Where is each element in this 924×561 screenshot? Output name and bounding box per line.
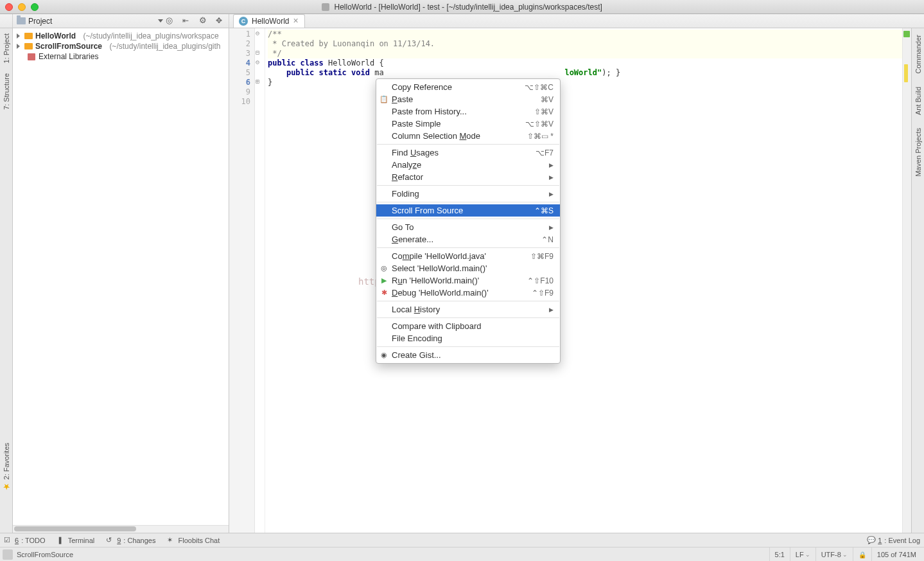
- menu-local-history[interactable]: Local History: [376, 303, 560, 316]
- fold-handle-icon[interactable]: ⊖: [256, 58, 259, 66]
- panel-scrollbar[interactable]: [13, 525, 229, 533]
- line-number: 10: [229, 97, 250, 107]
- tab-favorites[interactable]: ★ 2: Favorites: [3, 440, 10, 494]
- node-label: ScrollFromSource: [35, 42, 102, 51]
- close-icon[interactable]: [293, 18, 299, 24]
- project-tree[interactable]: HelloWorld (~/study/intellij_idea_plugin…: [13, 28, 229, 525]
- scrollbar-thumb[interactable]: [14, 526, 136, 531]
- hide-icon[interactable]: [216, 17, 225, 26]
- menu-separator: [377, 202, 559, 202]
- line-number: 3: [229, 49, 250, 58]
- menu-generate[interactable]: Generate... ⌃N: [376, 233, 560, 245]
- chevron-down-icon: [158, 19, 163, 22]
- tab-commander[interactable]: Commander: [914, 32, 922, 76]
- tab-structure[interactable]: 7: Structure: [3, 71, 10, 112]
- code-line: /**: [268, 30, 282, 39]
- breadcrumb[interactable]: ScrollFromSource: [17, 551, 73, 558]
- menu-create-gist[interactable]: ◉ Create Gist...: [376, 349, 560, 361]
- menu-refactor[interactable]: Refactor: [376, 171, 560, 183]
- collapse-all-icon[interactable]: [182, 17, 191, 26]
- code-line: */: [268, 49, 282, 58]
- scroll-from-source-icon[interactable]: [166, 17, 175, 26]
- menu-find-usages[interactable]: Find Usages ⌥F7: [376, 147, 560, 159]
- menu-paste-history[interactable]: Paste from History...⇧⌘V: [376, 105, 560, 118]
- tab-floobits[interactable]: ✶ Floobits Chat: [167, 536, 220, 544]
- window-zoom-button[interactable]: [31, 3, 39, 11]
- menu-paste[interactable]: 📋 Paste⌘V: [376, 93, 560, 105]
- paste-icon: 📋: [379, 95, 388, 104]
- tab-changes[interactable]: ↺ 9: Changes: [106, 536, 155, 544]
- tab-maven[interactable]: Maven Projects: [914, 125, 922, 179]
- fold-handle-icon[interactable]: ⊞: [256, 78, 259, 85]
- editor-marker-strip[interactable]: [902, 28, 911, 533]
- menu-scroll-from-source[interactable]: Scroll From Source⌃⌘S: [376, 204, 560, 217]
- editor-tab-helloworld[interactable]: C HelloWorld: [233, 14, 305, 28]
- node-path: (~/study/intellij_idea_plugins/workspace: [83, 31, 218, 40]
- tree-node-helloworld[interactable]: HelloWorld (~/study/intellij_idea_plugin…: [13, 31, 229, 41]
- menu-debug[interactable]: ✱ Debug 'HelloWorld.main()' ⌃⇧F9: [376, 287, 560, 299]
- menu-paste-simple[interactable]: Paste Simple⌥⇧⌘V: [376, 118, 560, 130]
- editor-body[interactable]: 1 2 3 4 5 6 9 10 ⊖ ⊟ ⊖ ⊞ /** * Created b…: [229, 28, 911, 533]
- menu-folding[interactable]: Folding: [376, 188, 560, 200]
- line-number: 1: [229, 30, 250, 39]
- menu-compile[interactable]: Compile 'HelloWorld.java' ⇧⌘F9: [376, 250, 560, 262]
- gutter[interactable]: 1 2 3 4 5 6 9 10: [229, 28, 255, 533]
- module-icon: [24, 43, 33, 49]
- favorites-label: 2: Favorites: [3, 443, 10, 479]
- menu-file-encoding[interactable]: File Encoding: [376, 332, 560, 344]
- window-title: HelloWorld - [HelloWorld] - test - [~/st…: [0, 3, 924, 12]
- warning-marker-icon[interactable]: [904, 64, 908, 82]
- menu-go-to[interactable]: Go To: [376, 221, 560, 233]
- window-minimize-button[interactable]: [18, 3, 26, 11]
- gear-icon[interactable]: [199, 17, 208, 26]
- terminal-icon: ❚: [57, 536, 65, 544]
- module-icon: [24, 33, 33, 39]
- menu-run[interactable]: ▶ Run 'HelloWorld.main()' ⌃⇧F10: [376, 274, 560, 287]
- tab-terminal[interactable]: ❚ Terminal: [57, 536, 95, 544]
- changes-icon: ↺: [106, 536, 114, 544]
- window-close-button[interactable]: [5, 3, 13, 11]
- fold-column[interactable]: ⊖ ⊟ ⊖ ⊞: [255, 28, 265, 533]
- title-bar: HelloWorld - [HelloWorld] - test - [~/st…: [0, 0, 924, 14]
- debug-icon: ✱: [379, 289, 388, 298]
- toolwindow-quick-access-icon[interactable]: [3, 549, 13, 560]
- menu-copy-reference[interactable]: Copy Reference⌥⇧⌘C: [376, 81, 560, 93]
- menu-analyze[interactable]: Analyze: [376, 159, 560, 171]
- bottom-tool-bar: ☑ 6: TODO ❚ Terminal ↺ 9: Changes ✶ Floo…: [0, 533, 924, 547]
- menu-separator: [377, 185, 559, 186]
- menu-compare-clipboard[interactable]: Compare with Clipboard: [376, 320, 560, 332]
- expand-arrow-icon[interactable]: [17, 33, 20, 39]
- expand-arrow-icon[interactable]: [17, 44, 20, 49]
- tab-ant-build[interactable]: Ant Build: [914, 84, 922, 118]
- code-editor[interactable]: /** * Created by Luonanqin on 11/13/14. …: [265, 28, 902, 533]
- status-memory[interactable]: 105 of 741M: [871, 548, 921, 561]
- chat-icon: ✶: [167, 536, 175, 544]
- menu-select-config[interactable]: ◎ Select 'HelloWorld.main()': [376, 262, 560, 274]
- tab-project[interactable]: 1: Project: [3, 31, 10, 66]
- status-line-separator[interactable]: LF: [790, 548, 815, 561]
- inspection-ok-icon: [903, 31, 910, 37]
- menu-column-selection[interactable]: Column Selection Mode ⇧⌘▭ *: [376, 130, 560, 142]
- line-number: 5: [229, 68, 250, 78]
- status-lock[interactable]: [853, 548, 871, 561]
- tab-label: HelloWorld: [252, 17, 289, 26]
- toolbar-row: Project C HelloWorld: [0, 14, 924, 28]
- status-encoding[interactable]: UTF-8: [815, 548, 853, 561]
- github-icon: ◉: [379, 351, 388, 360]
- code-line: public class HelloWorld {: [268, 58, 384, 67]
- fold-handle-icon[interactable]: ⊖: [256, 30, 259, 37]
- menu-separator: [377, 346, 559, 347]
- left-tool-rail: 1: Project 7: Structure ★ 2: Favorites: [0, 28, 13, 533]
- status-cursor-position[interactable]: 5:1: [769, 548, 790, 561]
- tree-node-scrollfromsource[interactable]: ScrollFromSource (~/study/intellij_idea_…: [13, 41, 229, 51]
- class-icon: C: [239, 17, 248, 26]
- line-number: 4: [229, 58, 250, 68]
- node-path: (~/study/intellij_idea_plugins/gith: [109, 42, 220, 51]
- todo-icon: ☑: [4, 536, 12, 544]
- tab-event-log[interactable]: 💬 1: Event Log: [867, 536, 920, 544]
- tree-node-external-libs[interactable]: External Libraries: [13, 51, 229, 62]
- lock-icon: [859, 551, 866, 558]
- project-view-selector[interactable]: Project: [13, 14, 229, 28]
- tab-todo[interactable]: ☑ 6: TODO: [4, 536, 46, 544]
- fold-handle-icon[interactable]: ⊟: [256, 49, 259, 56]
